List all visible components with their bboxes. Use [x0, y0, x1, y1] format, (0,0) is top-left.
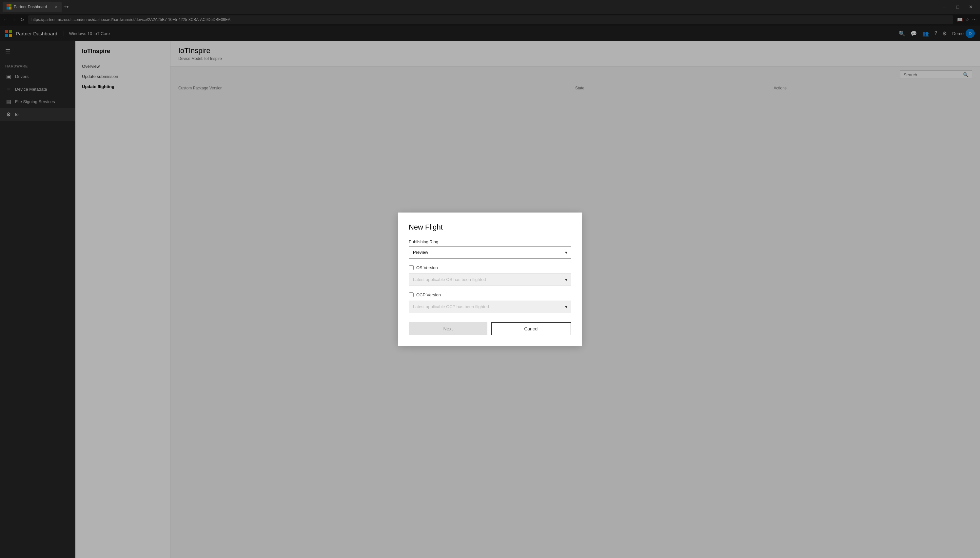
os-version-label: OS Version	[416, 265, 438, 270]
cancel-button[interactable]: Cancel	[491, 322, 571, 335]
publishing-ring-label: Publishing Ring	[409, 240, 571, 244]
ocp-version-checkbox-row: OCP Version	[409, 292, 571, 297]
os-version-group: Latest applicable OS has been flighted	[409, 273, 571, 286]
ocp-version-group: Latest applicable OCP has been flighted	[409, 300, 571, 313]
ocp-version-select-wrapper: Latest applicable OCP has been flighted	[409, 300, 571, 313]
publishing-ring-select[interactable]: Preview General Availability	[409, 246, 571, 259]
ocp-version-checkbox[interactable]	[409, 292, 413, 297]
os-version-checkbox-row: OS Version	[409, 265, 571, 270]
new-flight-modal: New Flight Publishing Ring Preview Gener…	[398, 213, 582, 346]
os-version-select[interactable]: Latest applicable OS has been flighted	[409, 273, 571, 286]
publishing-ring-select-wrapper: Preview General Availability	[409, 246, 571, 259]
os-version-select-wrapper: Latest applicable OS has been flighted	[409, 273, 571, 286]
os-version-checkbox[interactable]	[409, 265, 413, 270]
ocp-version-select[interactable]: Latest applicable OCP has been flighted	[409, 300, 571, 313]
modal-title: New Flight	[409, 223, 571, 231]
modal-overlay: New Flight Publishing Ring Preview Gener…	[0, 0, 980, 558]
next-button[interactable]: Next	[409, 322, 488, 335]
publishing-ring-group: Publishing Ring Preview General Availabi…	[409, 240, 571, 259]
ocp-version-label: OCP Version	[416, 292, 441, 297]
modal-buttons: Next Cancel	[409, 322, 571, 335]
